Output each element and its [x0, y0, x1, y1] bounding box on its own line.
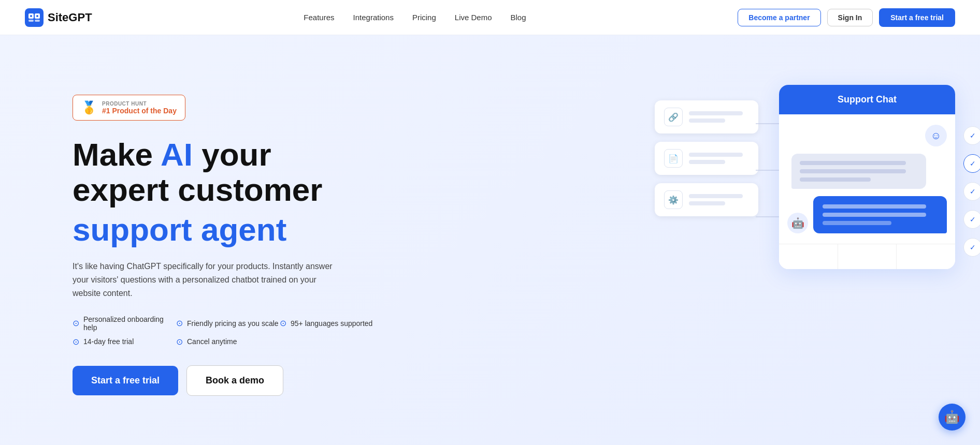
bot-line-2: [823, 213, 926, 217]
hero-features: ⊙ Personalized onboarding help ⊙ Friendl…: [73, 315, 383, 347]
svg-rect-0: [25, 8, 44, 27]
start-trial-hero-button[interactable]: Start a free trial: [73, 366, 178, 395]
bot-bubble: [813, 196, 947, 233]
feature-label-1: Personalized onboarding help: [83, 315, 176, 332]
product-hunt-text: PRODUCT HUNT #1 Product of the Day: [102, 101, 177, 115]
line-short-2: [689, 160, 725, 164]
line-long-2: [689, 153, 743, 157]
card-lines-2: [689, 153, 749, 164]
feature-5: ⊙ Cancel anytime: [176, 337, 280, 347]
smiley-icon: ☺: [925, 125, 947, 146]
emoji-row: ☺: [787, 125, 947, 146]
svg-rect-4: [35, 20, 40, 22]
line-short-3: [689, 201, 725, 205]
side-icon-1: ✓: [963, 126, 980, 145]
svg-rect-3: [28, 20, 34, 22]
source-card-2: 📄: [655, 142, 758, 175]
bot-line-3: [823, 221, 891, 225]
bot-avatar: 🤖: [787, 213, 808, 233]
user-line-3: [800, 177, 871, 182]
chat-header: Support Chat: [779, 85, 955, 114]
nav-integrations[interactable]: Integrations: [353, 13, 394, 22]
hero-section: 🥇 PRODUCT HUNT #1 Product of the Day Mak…: [0, 35, 980, 445]
svg-point-5: [30, 15, 32, 17]
product-hunt-label: PRODUCT HUNT: [102, 101, 177, 107]
source-card-1: 🔗: [655, 100, 758, 134]
nav-links: Features Integrations Pricing Live Demo …: [304, 13, 526, 22]
side-icon-2: ✓: [963, 154, 980, 173]
chat-body: ☺ 🤖: [779, 114, 955, 244]
chat-window: Support Chat ☺ 🤖: [779, 85, 955, 269]
book-demo-button[interactable]: Book a demo: [186, 365, 283, 396]
user-line-2: [800, 169, 906, 173]
user-line-1: [800, 161, 906, 165]
side-icon-3: ✓: [963, 182, 980, 201]
start-trial-nav-button[interactable]: Start a free trial: [879, 8, 955, 27]
check-icon-3: ⊙: [280, 318, 286, 328]
hero-buttons: Start a free trial Book a demo: [73, 365, 383, 396]
footer-tab-1[interactable]: [779, 244, 838, 269]
line-long-1: [689, 111, 743, 115]
link-icon: 🔗: [664, 108, 683, 126]
check-icon-1: ⊙: [73, 318, 79, 328]
hero-heading: Make AI your expert customer: [73, 137, 383, 207]
svg-point-6: [36, 15, 38, 17]
source-cards: 🔗 📄 ⚙️: [655, 100, 758, 216]
card-lines-3: [689, 194, 749, 205]
chat-illustration: 🔗 📄 ⚙️: [655, 85, 955, 406]
check-icon-4: ⊙: [73, 337, 79, 347]
side-icon-4: ✓: [963, 210, 980, 229]
chat-float-button[interactable]: 🤖: [939, 404, 965, 431]
nav-live-demo[interactable]: Live Demo: [455, 13, 492, 22]
side-icons: ✓ ✓ ✓ ✓ ✓: [963, 126, 980, 257]
become-partner-button[interactable]: Become a partner: [738, 9, 820, 26]
settings-icon: ⚙️: [664, 190, 683, 209]
logo[interactable]: SiteGPT: [25, 8, 92, 27]
hero-subheading: support agent: [73, 212, 383, 247]
navbar: SiteGPT Features Integrations Pricing Li…: [0, 0, 980, 35]
side-icon-5: ✓: [963, 238, 980, 257]
brand-name: SiteGPT: [48, 11, 92, 24]
feature-4: ⊙ 14-day free trial: [73, 337, 176, 347]
product-hunt-title: #1 Product of the Day: [102, 107, 177, 115]
bot-line-1: [823, 204, 926, 209]
footer-tab-3[interactable]: [897, 244, 955, 269]
feature-label-4: 14-day free trial: [83, 337, 134, 346]
nav-pricing[interactable]: Pricing: [412, 13, 436, 22]
feature-label-5: Cancel anytime: [187, 337, 237, 346]
feature-1: ⊙ Personalized onboarding help: [73, 315, 176, 332]
nav-blog[interactable]: Blog: [511, 13, 526, 22]
bot-row: 🤖: [787, 196, 947, 233]
logo-icon: [25, 8, 44, 27]
feature-label-3: 95+ languages supported: [291, 319, 372, 328]
medal-icon: 🥇: [81, 100, 97, 115]
check-icon-5: ⊙: [176, 337, 183, 347]
line-short-1: [689, 118, 725, 123]
feature-3: ⊙ 95+ languages supported: [280, 315, 383, 332]
nav-actions: Become a partner Sign In Start a free tr…: [738, 8, 955, 27]
heading-ai: AI: [161, 137, 193, 172]
footer-tab-2[interactable]: [838, 244, 897, 269]
feature-label-2: Friendly pricing as you scale: [187, 319, 279, 328]
source-card-3: ⚙️: [655, 183, 758, 216]
sign-in-button[interactable]: Sign In: [827, 9, 873, 26]
document-icon: 📄: [664, 149, 683, 168]
check-icon-2: ⊙: [176, 318, 183, 328]
feature-2: ⊙ Friendly pricing as you scale: [176, 315, 280, 332]
hero-illustration: 🔗 📄 ⚙️: [655, 85, 955, 406]
card-lines-1: [689, 111, 749, 123]
hero-description: It's like having ChatGPT specifically fo…: [73, 260, 342, 301]
nav-features[interactable]: Features: [304, 13, 334, 22]
line-long-3: [689, 194, 743, 198]
product-hunt-badge: 🥇 PRODUCT HUNT #1 Product of the Day: [73, 95, 185, 121]
chat-footer: [779, 244, 955, 269]
hero-content: 🥇 PRODUCT HUNT #1 Product of the Day Mak…: [73, 95, 383, 396]
user-bubble: [791, 154, 926, 189]
